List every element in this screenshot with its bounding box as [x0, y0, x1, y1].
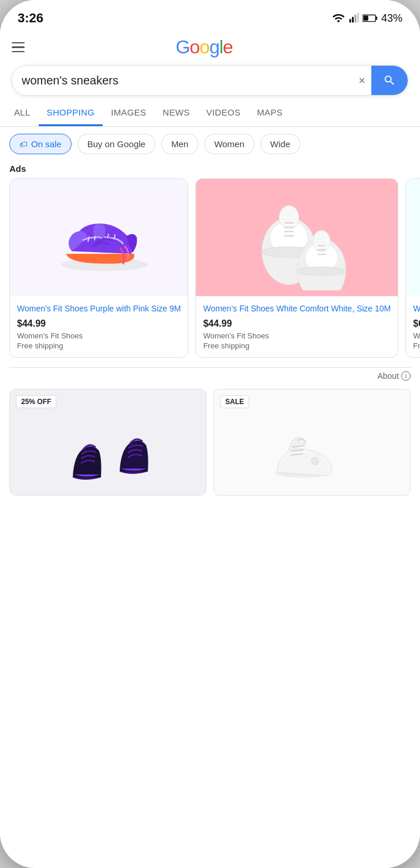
- about-row: About i: [0, 368, 420, 384]
- product-shipping-3: Free shipping: [413, 341, 420, 350]
- product-price-1: $44.99: [17, 318, 181, 329]
- filter-women-label: Women: [214, 139, 244, 149]
- product-image-area-2: [196, 179, 398, 296]
- filter-on-sale[interactable]: 🏷 On sale: [9, 134, 72, 154]
- svg-point-23: [313, 230, 330, 252]
- search-icon: [383, 74, 396, 87]
- product-seller-3: Women's Fit S: [413, 331, 420, 340]
- product-price-3: $60.00: [413, 318, 420, 329]
- product-info-2: Women's Fit Shoes White Comfort White, S…: [196, 296, 398, 357]
- battery-icon: [363, 12, 378, 25]
- search-input[interactable]: [12, 67, 353, 94]
- svg-point-36: [311, 457, 319, 464]
- tab-maps[interactable]: MAPS: [249, 100, 291, 126]
- wifi-icon: [332, 12, 345, 25]
- product-title-2: Women's Fit Shoes White Comfort White, S…: [203, 303, 391, 315]
- tab-videos[interactable]: VIDEOS: [198, 100, 249, 126]
- svg-rect-3: [357, 13, 359, 23]
- svg-rect-1: [352, 17, 354, 23]
- filter-buy-on-google-label: Buy on Google: [87, 139, 145, 149]
- search-bar-container: ×: [0, 58, 420, 96]
- tabs-container: ALL SHOPPING IMAGES NEWS VIDEOS MAPS: [0, 100, 420, 127]
- organic-image-1: 25% OFF: [10, 389, 206, 495]
- phone-screen: Google × ALL SHOPPING IMAGES NEWS VIDEOS: [0, 30, 420, 868]
- filter-buy-on-google[interactable]: Buy on Google: [77, 134, 155, 154]
- filter-wide-label: Wide: [270, 139, 290, 149]
- tag-icon: 🏷: [19, 140, 28, 149]
- filter-men-label: Men: [171, 139, 188, 149]
- tab-images[interactable]: IMAGES: [103, 100, 154, 126]
- product-seller-1: Women's Fit Shoes: [17, 331, 181, 340]
- phone-frame: 3:26 43%: [0, 0, 420, 868]
- product-image-area-3: [406, 179, 420, 296]
- info-icon: i: [401, 371, 411, 381]
- tab-shopping[interactable]: SHOPPING: [39, 100, 103, 126]
- tab-news[interactable]: NEWS: [154, 100, 198, 126]
- tab-all[interactable]: ALL: [6, 100, 39, 126]
- sale-badge-2: SALE: [220, 395, 249, 408]
- search-button[interactable]: [371, 66, 408, 95]
- organic-card-2[interactable]: SALE: [214, 389, 411, 496]
- ads-label: Ads: [0, 161, 420, 178]
- svg-rect-5: [375, 16, 377, 20]
- status-icons: 43%: [332, 12, 402, 25]
- product-info-3: Women's Fit S Strong aqua S Size 11M $60…: [406, 296, 420, 357]
- product-card-1[interactable]: Women's Fit Shoes Purple with Pink Size …: [9, 178, 188, 358]
- organic-shoe-dark-purple: [61, 398, 155, 486]
- product-image-white-shoes: [243, 185, 351, 290]
- search-bar: ×: [12, 65, 408, 96]
- product-scroll: Women's Fit Shoes Purple with Pink Size …: [0, 178, 420, 367]
- organic-image-2: SALE: [214, 389, 410, 495]
- search-clear-button[interactable]: ×: [353, 74, 371, 87]
- organic-shoe-white: [265, 398, 359, 486]
- filters-container: 🏷 On sale Buy on Google Men Women Wide: [0, 127, 420, 161]
- status-bar: 3:26 43%: [0, 0, 420, 30]
- battery-percentage: 43%: [381, 12, 402, 25]
- svg-point-27: [297, 267, 346, 276]
- svg-point-15: [279, 205, 299, 229]
- product-card-2[interactable]: Women's Fit Shoes White Comfort White, S…: [195, 178, 398, 358]
- product-title-3: Women's Fit S Strong aqua S Size 11M: [413, 303, 420, 315]
- filter-men[interactable]: Men: [161, 134, 198, 154]
- sale-badge-1: 25% OFF: [16, 395, 56, 408]
- product-price-2: $44.99: [203, 318, 391, 329]
- filter-wide[interactable]: Wide: [260, 134, 300, 154]
- product-card-3[interactable]: Women's Fit S Strong aqua S Size 11M $60…: [405, 178, 420, 358]
- organic-grid: 25% OFF: [0, 384, 420, 505]
- about-text[interactable]: About i: [377, 371, 411, 381]
- status-time: 3:26: [18, 11, 43, 26]
- hamburger-menu[interactable]: [12, 42, 25, 53]
- product-image-area-1: [10, 179, 188, 296]
- svg-rect-2: [354, 15, 356, 23]
- product-shipping-2: Free shipping: [203, 341, 391, 350]
- svg-rect-0: [349, 19, 351, 23]
- signal-icon: [348, 12, 359, 25]
- product-image-purple-shoe: [45, 185, 153, 290]
- product-title-1: Women's Fit Shoes Purple with Pink Size …: [17, 303, 181, 315]
- top-bar: Google: [0, 30, 420, 58]
- product-shipping-1: Free shipping: [17, 341, 181, 350]
- filter-women[interactable]: Women: [204, 134, 254, 154]
- filter-on-sale-label: On sale: [31, 139, 62, 149]
- svg-rect-6: [363, 16, 368, 21]
- product-info-1: Women's Fit Shoes Purple with Pink Size …: [10, 296, 188, 357]
- google-logo: Google: [36, 36, 372, 58]
- organic-card-1[interactable]: 25% OFF: [9, 389, 206, 496]
- product-seller-2: Women's Fit Shoes: [203, 331, 391, 340]
